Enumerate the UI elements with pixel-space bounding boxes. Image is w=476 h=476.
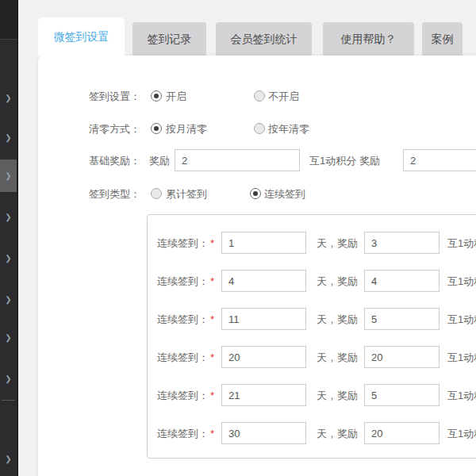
required-asterisk: * bbox=[210, 313, 214, 325]
days-input[interactable] bbox=[221, 384, 306, 406]
radio-type-continuous[interactable] bbox=[250, 188, 261, 199]
continuous-signin-row: 连续签到：* 天，奖励 互1动积分 bbox=[148, 270, 476, 292]
radio-reset-yearly-label: 按年清零 bbox=[268, 122, 309, 136]
unit-reward-label: 天，奖励 bbox=[317, 389, 358, 403]
radio-signin-off[interactable] bbox=[254, 90, 265, 102]
tab-signin-records[interactable]: 签到记录 bbox=[132, 22, 206, 56]
sidebar-logo-area bbox=[0, 0, 17, 40]
signin-setting-label: 签到设置： bbox=[89, 90, 140, 104]
radio-reset-yearly[interactable] bbox=[254, 123, 265, 134]
reward-input[interactable] bbox=[364, 346, 440, 368]
settings-panel: 签到设置： 开启 不开启 清零方式： 按月清零 按年清零 基础奖励： 奖励 互1… bbox=[38, 56, 476, 476]
collapsed-sidebar: ❯ ❯ ❯ ❯ ❯ ❯ ❯ ❯ ❯ bbox=[0, 0, 18, 476]
radio-signin-on-label: 开启 bbox=[166, 90, 186, 104]
required-asterisk: * bbox=[210, 351, 214, 363]
unit-reward-label: 天，奖励 bbox=[317, 427, 358, 441]
signin-type-label: 签到类型： bbox=[89, 187, 140, 202]
reward-input[interactable] bbox=[364, 422, 440, 444]
reset-mode-label: 清零方式： bbox=[89, 122, 140, 136]
sidebar-item-9[interactable]: ❯ bbox=[0, 443, 17, 474]
radio-type-cumulative-label: 累计签到 bbox=[166, 187, 207, 202]
sidebar-divider bbox=[2, 400, 15, 401]
sidebar-item-4[interactable]: ❯ bbox=[0, 201, 17, 232]
unit-reward-label: 天，奖励 bbox=[317, 236, 358, 251]
signin-setting-row: 签到设置： 开启 不开启 bbox=[38, 85, 476, 107]
days-input[interactable] bbox=[221, 308, 306, 330]
continuous-signin-row: 连续签到：* 天，奖励 互1动积分 bbox=[148, 308, 476, 330]
sidebar-item-7[interactable]: ❯ bbox=[0, 321, 17, 353]
reward-input[interactable] bbox=[364, 232, 440, 254]
unit-reward-label: 天，奖励 bbox=[317, 274, 358, 289]
sidebar-item-2[interactable]: ❯ bbox=[0, 121, 17, 153]
reset-mode-row: 清零方式： 按月清零 按年清零 bbox=[38, 117, 476, 140]
chevron-right-icon: ❯ bbox=[5, 254, 11, 263]
points-suffix-label: 互1动积分 bbox=[447, 236, 476, 251]
row-label: 连续签到：* bbox=[157, 389, 214, 403]
row-label: 连续签到：* bbox=[157, 427, 214, 441]
points-suffix-label: 互1动积分 bbox=[447, 427, 476, 441]
continuous-signin-box: 连续签到：* 天，奖励 互1动积分 连续签到：* 天，奖励 互1动积分 连续签到… bbox=[147, 214, 476, 459]
reward-input[interactable] bbox=[364, 270, 440, 292]
chevron-right-icon: ❯ bbox=[5, 133, 11, 142]
sidebar-item-1[interactable]: ❯ bbox=[0, 82, 17, 113]
sidebar-item-8[interactable]: ❯ bbox=[0, 363, 17, 394]
required-asterisk: * bbox=[210, 237, 214, 249]
row-label: 连续签到：* bbox=[157, 351, 214, 365]
continuous-signin-row: 连续签到：* 天，奖励 互1动积分 bbox=[148, 346, 476, 368]
days-input[interactable] bbox=[221, 270, 306, 292]
sidebar-item-3-active[interactable]: ❯ bbox=[0, 159, 17, 192]
chevron-right-icon: ❯ bbox=[5, 213, 11, 221]
continuous-signin-row: 连续签到：* 天，奖励 互1动积分 bbox=[148, 384, 476, 406]
days-input[interactable] bbox=[221, 346, 306, 368]
chevron-right-icon: ❯ bbox=[5, 455, 11, 463]
reward-input[interactable] bbox=[364, 384, 440, 406]
row-label: 连续签到：* bbox=[157, 313, 214, 327]
tab-help[interactable]: 使用帮助？ bbox=[323, 22, 414, 56]
tab-case[interactable]: 案例 bbox=[422, 22, 463, 56]
base-reward-input-1[interactable] bbox=[175, 149, 300, 171]
row-label: 连续签到：* bbox=[157, 274, 214, 289]
continuous-signin-row: 连续签到：* 天，奖励 互1动积分 bbox=[148, 232, 476, 254]
points-suffix-label: 互1动积分 bbox=[447, 351, 476, 365]
points-label: 互1动积分 bbox=[309, 154, 356, 168]
reward-prefix-label: 奖励 bbox=[149, 154, 170, 168]
required-asterisk: * bbox=[210, 275, 214, 287]
radio-type-continuous-label: 连续签到 bbox=[264, 187, 305, 202]
reward-prefix-label-2: 奖励 bbox=[359, 154, 380, 168]
required-asterisk: * bbox=[210, 390, 214, 401]
radio-type-cumulative[interactable] bbox=[151, 188, 162, 199]
chevron-right-icon: ❯ bbox=[5, 171, 11, 180]
tab-wx-signin-settings[interactable]: 微签到设置 bbox=[38, 17, 125, 56]
row-label: 连续签到：* bbox=[157, 236, 214, 251]
unit-reward-label: 天，奖励 bbox=[317, 351, 358, 365]
base-reward-row: 基础奖励： 奖励 互1动积分 奖励 bbox=[38, 149, 476, 171]
sidebar-item-5[interactable]: ❯ bbox=[0, 242, 17, 274]
base-reward-label: 基础奖励： bbox=[89, 154, 140, 168]
points-suffix-label: 互1动积分 bbox=[447, 313, 476, 327]
radio-reset-monthly[interactable] bbox=[151, 123, 162, 134]
chevron-right-icon: ❯ bbox=[5, 94, 11, 102]
reward-input[interactable] bbox=[364, 308, 440, 330]
points-suffix-label: 互1动积分 bbox=[447, 389, 476, 403]
chevron-right-icon: ❯ bbox=[5, 295, 11, 304]
continuous-signin-row: 连续签到：* 天，奖励 互1动积分 bbox=[148, 422, 476, 444]
signin-type-row: 签到类型： 累计签到 连续签到 bbox=[38, 182, 476, 205]
app-root: ❯ ❯ ❯ ❯ ❯ ❯ ❯ ❯ ❯ 微签到设置 签到记录 会员签到统计 使用帮助… bbox=[0, 0, 476, 476]
days-input[interactable] bbox=[221, 232, 306, 254]
sidebar-item-6[interactable]: ❯ bbox=[0, 283, 17, 315]
base-reward-input-2[interactable] bbox=[403, 149, 476, 171]
chevron-right-icon: ❯ bbox=[5, 333, 11, 342]
points-suffix-label: 互1动积分 bbox=[447, 274, 476, 289]
radio-reset-monthly-label: 按月清零 bbox=[166, 122, 207, 136]
tab-member-signin-stats[interactable]: 会员签到统计 bbox=[216, 22, 312, 56]
radio-signin-on[interactable] bbox=[151, 90, 162, 102]
days-input[interactable] bbox=[221, 422, 306, 444]
radio-signin-off-label: 不开启 bbox=[268, 90, 299, 104]
required-asterisk: * bbox=[210, 428, 214, 440]
chevron-right-icon: ❯ bbox=[5, 374, 11, 383]
unit-reward-label: 天，奖励 bbox=[317, 313, 358, 327]
